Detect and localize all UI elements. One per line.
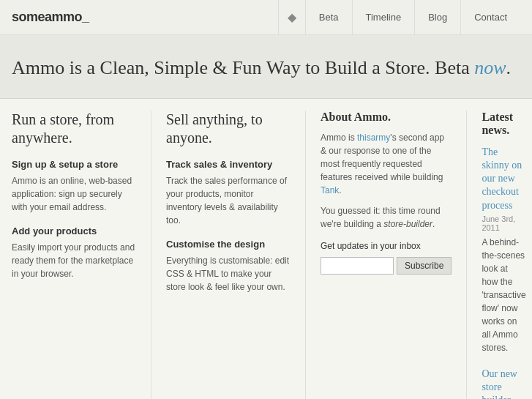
nav-beta[interactable]: Beta <box>305 0 352 34</box>
left-heading: Run a store, from anywhere. <box>12 111 136 147</box>
news-body-1: A behind-the-scenes look at how the 'tra… <box>482 236 525 354</box>
nav-timeline[interactable]: Timeline <box>352 0 415 34</box>
mid-heading: Sell anything, to anyone. <box>166 111 291 147</box>
news-link-1[interactable]: The skinny on our new checkout process <box>482 146 522 211</box>
hero-beta-link[interactable]: now <box>474 57 506 78</box>
about-para1-end2: . <box>339 185 341 195</box>
customise-heading: Customise the design <box>166 239 291 250</box>
email-label: Get updates in your inbox <box>321 239 452 253</box>
logo-main: ammo <box>45 10 82 24</box>
track-heading: Track sales & inventory <box>166 159 291 170</box>
subscribe-button[interactable]: Subscribe <box>397 257 452 275</box>
news-column: Latest news. The skinny on our new check… <box>482 111 525 399</box>
email-input[interactable] <box>321 257 394 275</box>
main-content: Run a store, from anywhere. Sign up & se… <box>0 99 532 399</box>
divider-2 <box>305 111 306 399</box>
customise-body: Everything is customisable: edit CSS & H… <box>166 254 291 294</box>
mid-column: Sell anything, to anyone. Track sales & … <box>166 111 291 399</box>
news-item-1: The skinny on our new checkout process J… <box>482 146 525 354</box>
main-nav: ◆ Beta Timeline Blog Contact <box>278 0 520 34</box>
logo-prefix: some <box>12 10 45 24</box>
news-date-1: June 3rd, 2011 <box>482 215 525 232</box>
hero-headline: Ammo is a Clean, Simple & Fun Way to Bui… <box>12 56 520 81</box>
header: someammo_ ◆ Beta Timeline Blog Contact <box>0 0 532 35</box>
left-column: Run a store, from anywhere. Sign up & se… <box>12 111 136 399</box>
about-heading: About Ammo. <box>321 111 452 124</box>
news-item-2: Our new store builder. Now in open beta.… <box>482 368 525 399</box>
about-para2: You guessed it: this time round we're bu… <box>321 204 452 231</box>
about-para2-end: . <box>432 219 435 229</box>
products-heading: Add your products <box>12 225 136 236</box>
hero-headline-end: . <box>506 57 512 78</box>
products-body: Easily import your products and ready th… <box>12 241 136 280</box>
signup-heading: Sign up & setup a store <box>12 159 136 170</box>
divider-3 <box>466 111 467 399</box>
hero-headline-start: Ammo is a Clean, Simple & Fun Way to Bui… <box>12 57 474 78</box>
thisarmy-link[interactable]: thisarmy <box>357 133 390 143</box>
nav-contact[interactable]: Contact <box>460 0 520 34</box>
bookmark-icon: ◆ <box>278 0 305 34</box>
track-body: Track the sales performance of your prod… <box>166 174 291 227</box>
email-form: Get updates in your inbox Subscribe <box>321 239 452 275</box>
divider-1 <box>151 111 151 399</box>
hero-section: Ammo is a Clean, Simple & Fun Way to Bui… <box>0 35 532 99</box>
signup-body: Ammo is an online, web-based application… <box>12 174 136 214</box>
about-column: About Ammo. Ammo is thisarmy's second ap… <box>321 111 452 399</box>
email-form-row: Subscribe <box>321 257 452 275</box>
store-builder-em: store-builder <box>383 219 432 229</box>
about-para1-start: Ammo is <box>321 133 357 143</box>
logo-suffix: _ <box>82 10 89 24</box>
news-link-2[interactable]: Our new store builder. Now in open beta. <box>482 368 524 399</box>
news-heading: Latest news. <box>482 111 525 137</box>
tank-link[interactable]: Tank <box>321 185 339 195</box>
logo: someammo_ <box>12 10 89 25</box>
nav-blog[interactable]: Blog <box>414 0 460 34</box>
about-para1: Ammo is thisarmy's second app & our resp… <box>321 131 452 197</box>
